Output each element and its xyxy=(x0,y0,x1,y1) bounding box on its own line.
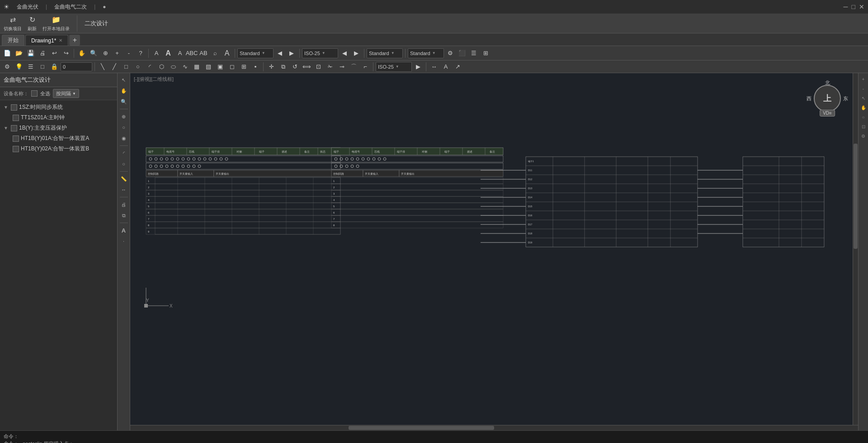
rs-zoom-in-btn[interactable]: + xyxy=(859,75,868,83)
r2-btn2[interactable]: 💡 xyxy=(14,61,24,72)
iso-prev[interactable]: ◀ xyxy=(339,48,350,59)
line-btn[interactable]: ╲ xyxy=(97,61,108,72)
tab-close-icon[interactable]: ✕ xyxy=(59,38,62,43)
iso-dropdown[interactable]: ISO-25 ▼ xyxy=(302,48,338,58)
settings-btn[interactable]: ⚙ xyxy=(445,48,456,59)
zoom-ext-btn[interactable]: ⊕ xyxy=(100,48,111,59)
layer-input[interactable] xyxy=(61,62,92,71)
tree-checkbox-tt1sz[interactable] xyxy=(13,115,19,121)
minimize-btn[interactable]: ─ xyxy=(844,3,848,10)
r2-fillet-btn[interactable]: ⌒ xyxy=(348,61,359,72)
copy-btn[interactable]: A xyxy=(151,48,162,59)
print-btn[interactable]: 🖨 xyxy=(37,48,48,59)
zoom-out-btn[interactable]: - xyxy=(123,48,134,59)
spline-btn[interactable]: ∿ xyxy=(179,61,190,72)
import-btn[interactable]: ☰ xyxy=(468,48,479,59)
tab-add-btn[interactable]: + xyxy=(69,35,80,46)
rect-btn[interactable]: □ xyxy=(121,61,132,72)
table-btn[interactable]: ⊞ xyxy=(238,61,249,72)
tool-pan-btn[interactable]: ✋ xyxy=(119,86,129,96)
tree-item-ht1by02a[interactable]: HT1B(Y)02A:合智一体装置B xyxy=(0,144,117,154)
tool-dim-btn[interactable]: ↔ xyxy=(119,185,129,195)
pan-btn[interactable]: ✋ xyxy=(76,48,87,59)
tool-measure-btn[interactable]: 📏 xyxy=(119,174,129,184)
redo-btn[interactable]: ↪ xyxy=(61,48,71,59)
leader-btn[interactable]: ↗ xyxy=(452,61,463,72)
tool-zoom-btn[interactable]: 🔍 xyxy=(119,97,129,107)
r2-copy-btn[interactable]: ⧉ xyxy=(278,61,288,72)
r2-move-btn[interactable]: ✛ xyxy=(266,61,277,72)
rs-select-btn[interactable]: ↖ xyxy=(859,94,868,102)
dropdown1-next[interactable]: ▶ xyxy=(286,48,297,59)
rs-zoom-out-btn[interactable]: - xyxy=(859,84,868,93)
tree-checkbox-1by[interactable] xyxy=(11,125,17,131)
tab-drawing1[interactable]: Drawing1* ✕ xyxy=(25,35,68,46)
dropdown1-prev[interactable]: ◀ xyxy=(274,48,285,59)
tool-copy2-btn[interactable]: ⧉ xyxy=(119,210,129,220)
gradient-btn[interactable]: ▧ xyxy=(203,61,214,72)
tree-checkbox-ht1by01a[interactable] xyxy=(13,135,19,142)
export-btn[interactable]: ⬛ xyxy=(457,48,467,59)
r2-extend-btn[interactable]: ⊸ xyxy=(336,61,347,72)
tool-select-btn[interactable]: ↖ xyxy=(119,75,129,85)
tree-checkbox-ht1by02a[interactable] xyxy=(13,146,19,152)
poly-btn[interactable]: ⬡ xyxy=(156,61,167,72)
tool-snap-btn[interactable]: ⊕ xyxy=(119,112,129,121)
standard-dropdown1[interactable]: Standard ▼ xyxy=(237,48,274,58)
refresh-btn[interactable]: ↻ 刷新 xyxy=(27,15,37,32)
zoom-in-btn[interactable]: + xyxy=(112,48,123,59)
canvas-area[interactable]: [-][俯视][二维线框] 北 上 南 东 西 VD≡ xyxy=(130,73,868,430)
tree-item-ht1by01a[interactable]: HT1B(Y)01A:合智一体装置A xyxy=(0,133,117,144)
text3-btn[interactable]: A xyxy=(222,48,232,59)
rs-view-btn[interactable]: ⊡ xyxy=(859,122,868,131)
text-btn[interactable]: A xyxy=(163,48,174,59)
find-btn[interactable]: ⌕ xyxy=(210,48,221,59)
text-dim-btn[interactable]: A xyxy=(440,61,451,72)
xline-btn[interactable]: ╱ xyxy=(109,61,120,72)
scale-dropdown[interactable]: ISO-25 ▼ xyxy=(376,62,412,72)
tree-item-1by[interactable]: ▼ 1B(Y):主变压器保护 xyxy=(0,123,117,133)
r2-chamfer-btn[interactable]: ⌐ xyxy=(360,61,371,72)
tree-item-tt1sz01a[interactable]: TT1SZ01A:主时钟 xyxy=(0,112,117,123)
r2-btn4[interactable]: □ xyxy=(37,61,48,72)
hatch-btn[interactable]: ▦ xyxy=(191,61,202,72)
standard-dropdown3[interactable]: Standard ▼ xyxy=(408,48,444,58)
spell-btn[interactable]: ABC xyxy=(186,48,197,59)
r2-trim-btn[interactable]: ✁ xyxy=(325,61,335,72)
open-dir-btn[interactable]: 📁 打开本地目录 xyxy=(42,15,70,32)
standard-dropdown2[interactable]: Standard ▼ xyxy=(367,48,403,58)
rs-orbit-btn[interactable]: ○ xyxy=(859,113,868,121)
tool-arc-btn[interactable]: ◜ xyxy=(119,148,129,158)
zoom-btn[interactable]: 🔍 xyxy=(88,48,99,59)
tool-point-btn[interactable]: · xyxy=(119,236,129,246)
r2-rotate-btn[interactable]: ↺ xyxy=(289,61,300,72)
help-btn[interactable]: ? xyxy=(135,48,146,59)
r2-btn5[interactable]: 🔒 xyxy=(49,61,60,72)
by-interval-btn[interactable]: 按间隔 ▼ xyxy=(53,89,79,98)
tool-print-btn[interactable]: 🖨 xyxy=(119,200,129,210)
r2-extra-btn[interactable]: ▶ xyxy=(413,61,424,72)
text2-btn[interactable]: A xyxy=(175,48,185,59)
boundary-btn[interactable]: ▣ xyxy=(215,61,226,72)
circle-btn[interactable]: ○ xyxy=(132,61,143,72)
iso-next[interactable]: ▶ xyxy=(351,48,362,59)
dim-btn[interactable]: ↔ xyxy=(429,61,439,72)
save-btn[interactable]: 💾 xyxy=(25,48,36,59)
open-btn[interactable]: 📂 xyxy=(14,48,24,59)
tab-start[interactable]: 开始 xyxy=(2,35,24,46)
select-all-checkbox[interactable] xyxy=(31,90,38,97)
rs-settings-btn[interactable]: ⚙ xyxy=(859,132,868,140)
arc-btn[interactable]: ◜ xyxy=(144,61,155,72)
maximize-btn[interactable]: □ xyxy=(852,3,855,10)
vertical-scrollbar[interactable] xyxy=(853,73,858,425)
r2-scale-btn[interactable]: ⊡ xyxy=(313,61,324,72)
field-btn[interactable]: AB xyxy=(198,48,209,59)
block-btn[interactable]: ▪ xyxy=(250,61,261,72)
tree-checkbox-1sz[interactable] xyxy=(11,104,17,111)
undo-btn[interactable]: ↩ xyxy=(49,48,60,59)
region-btn[interactable]: ◻ xyxy=(226,61,237,72)
grid-btn[interactable]: ⊞ xyxy=(480,48,491,59)
switch-project-btn[interactable]: ⇄ 切换项目 xyxy=(4,15,22,32)
tool-orbit-btn[interactable]: ○ xyxy=(119,122,129,132)
tool-view-btn[interactable]: ◉ xyxy=(119,133,129,143)
